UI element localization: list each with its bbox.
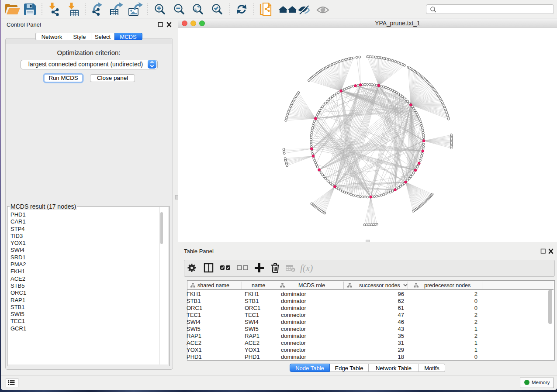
svg-text:f(x): f(x) xyxy=(300,263,313,273)
